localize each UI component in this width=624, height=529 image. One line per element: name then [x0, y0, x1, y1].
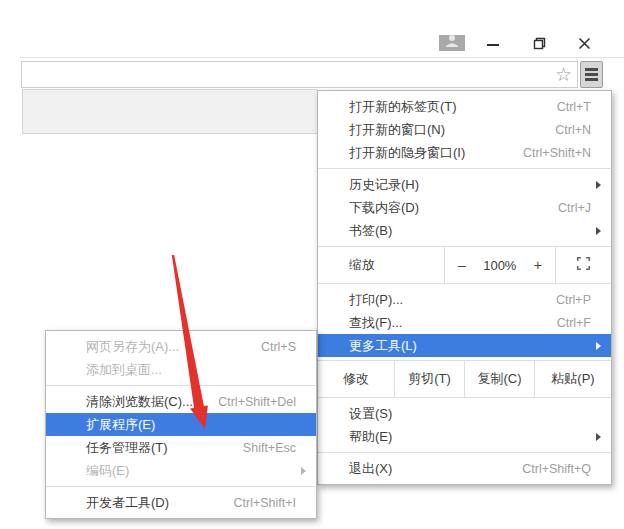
menu-item-shortcut: Ctrl+T [557, 100, 591, 114]
more-tools-submenu: 网页另存为(A)... Ctrl+S 添加到桌面... 清除浏览数据(C)...… [45, 330, 317, 519]
restore-icon [533, 36, 546, 54]
zoom-level: 100% [483, 258, 516, 273]
menu-item-label: 打开新的窗口(N) [349, 121, 445, 139]
menu-item-label: 任务管理器(T) [86, 439, 168, 457]
menu-item-more-tools[interactable]: 更多工具(L) [318, 334, 611, 357]
menu-item-add-to-desktop[interactable]: 添加到桌面... [46, 358, 316, 381]
copy-button[interactable]: 复制(C) [465, 361, 534, 397]
submenu-arrow-icon [596, 181, 601, 189]
menu-item-shortcut: Ctrl+Shift+Del [218, 395, 296, 409]
menu-item-find[interactable]: 查找(F)... Ctrl+F [318, 311, 611, 334]
minimize-button[interactable] [481, 35, 505, 55]
menu-item-extensions[interactable]: 扩展程序(E) [46, 413, 316, 436]
edit-label: 修改 [343, 370, 369, 388]
menu-item-label: 更多工具(L) [349, 337, 417, 355]
chrome-main-menu: 打开新的标签页(T) Ctrl+T 打开新的窗口(N) Ctrl+N 打开新的隐… [317, 90, 612, 485]
address-bar[interactable]: ☆ [21, 61, 578, 88]
toolbar-divider [20, 57, 624, 58]
fullscreen-button[interactable] [556, 247, 611, 283]
menu-item-shortcut: Ctrl+S [261, 340, 296, 354]
menu-item-label: 开发者工具(D) [86, 494, 169, 512]
menu-item-settings[interactable]: 设置(S) [318, 402, 611, 425]
menu-item-label: 退出(X) [349, 460, 392, 478]
menu-item-label: 清除浏览数据(C)... [86, 393, 193, 411]
submenu-arrow-icon [301, 467, 306, 475]
menu-item-edit-row: 修改 剪切(T) 复制(C) 粘贴(P) [318, 361, 611, 397]
menu-item-shortcut: Ctrl+Shift+N [523, 146, 591, 160]
zoom-label: 缩放 [349, 256, 375, 274]
menu-item-shortcut: Shift+Esc [243, 441, 296, 455]
menu-item-shortcut: Ctrl+N [555, 123, 591, 137]
hamburger-icon [585, 68, 598, 71]
submenu-arrow-icon [596, 342, 601, 350]
menu-item-new-tab[interactable]: 打开新的标签页(T) Ctrl+T [318, 95, 611, 118]
menu-item-developer-tools[interactable]: 开发者工具(D) Ctrl+Shift+I [46, 491, 316, 514]
menu-item-label: 打开新的隐身窗口(I) [349, 144, 465, 162]
close-button[interactable] [572, 35, 596, 55]
menu-item-label: 设置(S) [349, 405, 392, 423]
close-icon [578, 36, 591, 54]
bookmark-star-icon[interactable]: ☆ [555, 65, 572, 84]
menu-item-shortcut: Ctrl+F [557, 316, 591, 330]
menu-item-label: 查找(F)... [349, 314, 402, 332]
zoom-in-button[interactable]: + [534, 257, 542, 273]
menu-item-clear-browsing-data[interactable]: 清除浏览数据(C)... Ctrl+Shift+Del [46, 390, 316, 413]
zoom-out-button[interactable]: – [458, 257, 466, 273]
menu-item-history[interactable]: 历史记录(H) [318, 173, 611, 196]
submenu-arrow-icon [596, 433, 601, 441]
menu-item-label: 扩展程序(E) [86, 416, 155, 434]
cut-button[interactable]: 剪切(T) [395, 361, 464, 397]
menu-item-shortcut: Ctrl+Shift+I [233, 496, 296, 510]
menu-item-zoom: 缩放 – 100% + [318, 247, 611, 283]
menu-item-shortcut: Ctrl+Shift+Q [522, 462, 591, 476]
menu-item-label: 网页另存为(A)... [86, 338, 179, 356]
menu-item-label: 下载内容(D) [349, 199, 419, 217]
menu-item-new-incognito-window[interactable]: 打开新的隐身窗口(I) Ctrl+Shift+N [318, 141, 611, 164]
menu-item-help[interactable]: 帮助(E) [318, 425, 611, 448]
menu-item-print[interactable]: 打印(P)... Ctrl+P [318, 288, 611, 311]
person-icon [442, 35, 462, 51]
menu-item-label: 添加到桌面... [86, 361, 162, 379]
paste-button[interactable]: 粘贴(P) [535, 361, 611, 397]
bookmarks-bar [22, 89, 318, 134]
minimize-icon [487, 44, 499, 46]
profile-avatar-button[interactable] [439, 35, 465, 51]
menu-item-label: 打开新的标签页(T) [349, 98, 457, 116]
menu-item-label: 书签(B) [349, 222, 392, 240]
submenu-arrow-icon [596, 227, 601, 235]
browser-window: ☆ 打开新的标签页(T) Ctrl+T 打开新的窗口(N) Ctrl+N 打开新… [0, 0, 624, 529]
menu-item-new-window[interactable]: 打开新的窗口(N) Ctrl+N [318, 118, 611, 141]
menu-item-encoding[interactable]: 编码(E) [46, 459, 316, 482]
menu-item-label: 历史记录(H) [349, 176, 419, 194]
menu-item-exit[interactable]: 退出(X) Ctrl+Shift+Q [318, 457, 611, 480]
menu-item-task-manager[interactable]: 任务管理器(T) Shift+Esc [46, 436, 316, 459]
menu-item-shortcut: Ctrl+P [556, 293, 591, 307]
menu-item-save-page-as[interactable]: 网页另存为(A)... Ctrl+S [46, 335, 316, 358]
menu-item-label: 帮助(E) [349, 428, 392, 446]
restore-button[interactable] [527, 35, 551, 55]
menu-item-downloads[interactable]: 下载内容(D) Ctrl+J [318, 196, 611, 219]
menu-item-label: 编码(E) [86, 462, 129, 480]
browser-menu-button[interactable] [580, 61, 603, 88]
fullscreen-icon [576, 256, 591, 274]
menu-item-shortcut: Ctrl+J [558, 201, 591, 215]
menu-item-label: 打印(P)... [349, 291, 403, 309]
menu-item-bookmarks[interactable]: 书签(B) [318, 219, 611, 242]
